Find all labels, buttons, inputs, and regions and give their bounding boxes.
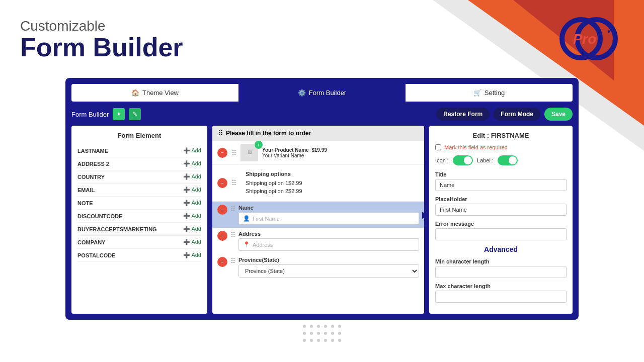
- shipping-section: Shipping options Shipping option 1 $2.99…: [240, 168, 307, 198]
- location-icon: 📍: [243, 241, 250, 248]
- error-input[interactable]: [435, 228, 567, 240]
- placeholder-group: PlaceHolder: [435, 196, 567, 216]
- add-address2-button[interactable]: ➕ Add: [183, 160, 201, 167]
- province-field-label: Province(State): [238, 257, 419, 263]
- delete-address-button[interactable]: −: [217, 231, 227, 241]
- person-icon: 👤: [243, 215, 250, 222]
- address-field-input[interactable]: 📍 Address: [238, 238, 419, 251]
- add-postalcode-button[interactable]: ➕ Add: [183, 252, 201, 258]
- dot: [303, 332, 306, 335]
- dot: [317, 325, 320, 328]
- pagination: [0, 325, 644, 342]
- name-field-row: − ⠿ Name 👤 First Name ▶: [212, 202, 424, 228]
- content-row: Form Element LASTNAME ➕ Add ADDRESS 2 ➕ …: [71, 126, 573, 314]
- svg-text:✓: ✓: [606, 26, 614, 36]
- name-field-input[interactable]: 👤 First Name: [238, 212, 419, 225]
- placeholder-input[interactable]: [435, 204, 567, 216]
- dot: [338, 332, 341, 335]
- advanced-button[interactable]: Advanced: [435, 245, 567, 253]
- min-char-group: Min character length: [435, 258, 567, 278]
- logo: Pro ✓: [553, 13, 624, 65]
- max-char-label: Max character length: [435, 283, 567, 289]
- required-label: Mark this field as required: [444, 144, 508, 150]
- min-char-input[interactable]: [435, 266, 567, 278]
- province-field-content: Province(State) Province (State): [238, 257, 419, 278]
- delete-name-button[interactable]: −: [217, 205, 227, 215]
- drag-handle-icon: ⠿: [218, 130, 223, 137]
- edit-title: Edit : FIRSTNAME: [435, 132, 567, 139]
- header-title: Customizable Form Builder: [20, 18, 183, 60]
- shipping-row: − ⠿ Shipping options Shipping option 1 $…: [212, 165, 424, 202]
- add-marketing-button[interactable]: ➕ Add: [183, 226, 201, 232]
- fb-add-icon-btn[interactable]: ✦: [113, 108, 125, 120]
- max-char-group: Max character length: [435, 283, 567, 303]
- delete-product-button[interactable]: −: [217, 148, 227, 158]
- list-item: EMAIL ➕ Add: [77, 184, 201, 197]
- icon-toggle[interactable]: [453, 155, 473, 165]
- tab-setting[interactable]: 🛒 Setting: [406, 84, 573, 102]
- form-header-bar: ⠿ Please fill in the form to order: [212, 126, 424, 141]
- fb-edit-icon-btn[interactable]: ✎: [129, 108, 141, 120]
- list-item: NOTE ➕ Add: [77, 197, 201, 210]
- add-discountcode-button[interactable]: ➕ Add: [183, 213, 201, 219]
- max-char-input[interactable]: [435, 291, 567, 303]
- dot: [324, 332, 327, 335]
- address-field-label: Address: [238, 231, 419, 237]
- list-item: ADDRESS 2 ➕ Add: [77, 157, 201, 170]
- dot: [331, 325, 334, 328]
- form-element-list: LASTNAME ➕ Add ADDRESS 2 ➕ Add COUNTRY ➕…: [77, 144, 201, 262]
- form-element-title: Form Element: [77, 132, 201, 139]
- product-row: − ⠿ i 🖼 Your Product Name $19.99 Your Va…: [212, 141, 424, 165]
- required-checkbox[interactable]: [435, 144, 441, 150]
- min-char-label: Min character length: [435, 258, 567, 264]
- drag-dots-icon: ⠿: [231, 149, 236, 157]
- header: Customizable Form Builder Pro ✓: [0, 0, 644, 78]
- save-button[interactable]: Save: [544, 108, 573, 121]
- title-group: Title: [435, 171, 567, 191]
- dot: [310, 325, 313, 328]
- tab-formbuilder[interactable]: ⚙️ Form Builder: [238, 84, 406, 102]
- tab-theme[interactable]: 🏠 Theme View: [71, 84, 238, 102]
- gear-icon: ⚙️: [298, 89, 306, 97]
- dot: [310, 332, 313, 335]
- shipping-option-2: Shipping option 2 $2.99: [246, 187, 302, 195]
- list-item: COMPANY ➕ Add: [77, 236, 201, 249]
- dot: [324, 325, 327, 328]
- dot: [317, 332, 320, 335]
- drag-dots-address-icon: ⠿: [230, 231, 235, 239]
- icon-label-row: Icon : Label :: [435, 155, 567, 165]
- province-field-row: − ⠿ Province(State) Province (State): [212, 254, 424, 281]
- arrow-right-icon: ▶: [422, 209, 424, 220]
- add-email-button[interactable]: ➕ Add: [183, 187, 201, 193]
- icon-text-label: Icon :: [435, 157, 449, 163]
- shipping-option-1: Shipping option 1 $2.99: [246, 179, 302, 187]
- form-mode-button[interactable]: Form Mode: [494, 108, 540, 121]
- tabs-bar: 🏠 Theme View ⚙️ Form Builder 🛒 Setting: [71, 84, 573, 102]
- add-company-button[interactable]: ➕ Add: [183, 239, 201, 245]
- add-note-button[interactable]: ➕ Add: [183, 200, 201, 206]
- shipping-title: Shipping options: [246, 171, 302, 177]
- list-item: DISCOUNTCODE ➕ Add: [77, 210, 201, 223]
- form-fill-text: Please fill in the form to order: [226, 130, 311, 137]
- fb-action-buttons: Restore Form Form Mode Save: [436, 108, 573, 121]
- delete-province-button[interactable]: −: [217, 257, 227, 267]
- title-input[interactable]: [435, 179, 567, 191]
- add-lastname-button[interactable]: ➕ Add: [183, 147, 201, 154]
- drag-dots-2-icon: ⠿: [231, 179, 236, 187]
- add-country-button[interactable]: ➕ Add: [183, 173, 201, 180]
- list-item: LASTNAME ➕ Add: [77, 144, 201, 157]
- error-group-label: Error message: [435, 221, 567, 227]
- list-item: COUNTRY ➕ Add: [77, 170, 201, 184]
- restore-form-button[interactable]: Restore Form: [436, 108, 490, 121]
- title-group-label: Title: [435, 171, 567, 177]
- province-field-select[interactable]: Province (State): [238, 264, 419, 278]
- middle-panel: ⠿ Please fill in the form to order − ⠿ i…: [212, 126, 424, 314]
- dot: [303, 325, 306, 328]
- delete-shipping-button[interactable]: −: [217, 178, 227, 188]
- label-toggle[interactable]: [498, 155, 518, 165]
- formbuilder-header: Form Builder ✦ ✎ Restore Form Form Mode …: [71, 108, 573, 121]
- product-info: Your Product Name $19.99 Your Variant Na…: [262, 147, 327, 158]
- svg-text:Pro: Pro: [573, 31, 597, 47]
- label-text-label: Label :: [477, 157, 494, 163]
- placeholder-group-label: PlaceHolder: [435, 196, 567, 202]
